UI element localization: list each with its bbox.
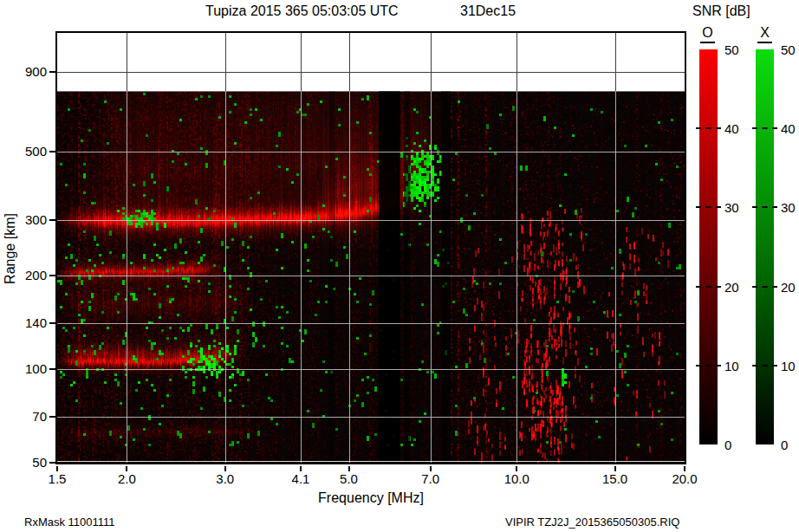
ionogram-page: Tupiza 2015 365 05:03:05 UTC 31Dec15 SNR…	[0, 0, 799, 532]
colorbar-tick-label: 20	[781, 280, 799, 295]
x-tick-mark	[224, 466, 226, 471]
y-tick-mark	[49, 151, 55, 152]
snr-colorbar-x	[756, 49, 774, 444]
y-axis-title: Range [km]	[3, 188, 18, 309]
x-tick-label: 15.0	[594, 471, 636, 486]
y-tick-label: 50	[0, 455, 47, 470]
x-tick-mark	[348, 466, 350, 471]
rxmask-label: RxMask 11001111	[24, 516, 115, 529]
x-tick-mark	[684, 466, 685, 471]
y-tick-label: 900	[0, 64, 47, 79]
colorbar-tick-label: 0	[724, 438, 747, 452]
colorbar-tick-dash	[696, 286, 721, 288]
colorbar-tick-label: 40	[724, 121, 747, 136]
x-tick-label: 2.0	[106, 471, 147, 486]
x-tick-mark	[430, 466, 432, 471]
y-tick-mark	[49, 416, 55, 418]
x-tick-label: 20.0	[664, 471, 705, 486]
x-tick-mark	[516, 466, 517, 471]
colorbar-tick-dash	[752, 286, 777, 288]
colorbar-tick-dash	[752, 206, 777, 208]
y-tick-mark	[49, 71, 55, 73]
o-polarization-label: O	[700, 24, 715, 43]
colorbar-tick-dash	[752, 365, 777, 367]
snr-colorbar-o	[699, 49, 718, 444]
colorbar-tick-label: 20	[724, 280, 747, 295]
colorbar-tick-label: 30	[781, 200, 799, 215]
x-tick-label: 1.5	[36, 471, 78, 486]
x-tick-mark	[614, 466, 616, 471]
x-axis-title: Frequency [MHz]	[284, 490, 458, 506]
y-tick-label: 140	[0, 315, 47, 330]
filename-label: VIPIR TZJ2J_2015365050305.RIQ	[505, 516, 679, 529]
colorbar-tick-label: 40	[781, 121, 799, 136]
y-tick-mark	[49, 322, 55, 324]
x-tick-label: 3.0	[205, 471, 246, 486]
ionogram-frame	[55, 31, 686, 464]
y-tick-mark	[49, 462, 55, 464]
colorbar-tick-label: 10	[781, 359, 799, 373]
colorbar-tick-label: 0	[781, 438, 799, 452]
x-tick-label: 4.1	[280, 471, 322, 486]
x-tick-mark	[56, 466, 58, 471]
y-tick-label: 100	[0, 361, 47, 376]
date-label: 31Dec15	[460, 3, 516, 19]
page-title: Tupiza 2015 365 05:03:05 UTC	[205, 3, 399, 19]
y-tick-label: 70	[0, 409, 47, 424]
colorbar-tick-label: 50	[781, 42, 799, 57]
colorbar-tick-label: 10	[724, 359, 747, 373]
y-tick-mark	[49, 368, 55, 370]
x-tick-mark	[300, 466, 302, 471]
colorbar-tick-dash	[696, 365, 721, 367]
colorbar-tick-dash	[696, 206, 721, 208]
colorbar-tick-label: 30	[724, 200, 747, 215]
ionogram-canvas	[57, 33, 685, 463]
y-tick-label: 500	[0, 144, 47, 159]
snr-colorbar-title: SNR [dB]	[692, 3, 750, 19]
x-tick-label: 7.0	[410, 471, 451, 486]
y-tick-mark	[49, 275, 55, 276]
x-polarization-label: X	[757, 24, 772, 43]
y-tick-mark	[49, 219, 55, 221]
colorbar-tick-label: 50	[724, 42, 747, 57]
x-tick-label: 10.0	[496, 471, 537, 486]
x-tick-label: 5.0	[328, 471, 370, 486]
y-tick-label: 200	[0, 268, 47, 282]
colorbar-tick-dash	[752, 127, 777, 129]
y-tick-label: 300	[0, 212, 47, 227]
colorbar-tick-dash	[696, 127, 721, 129]
x-tick-mark	[126, 466, 127, 471]
